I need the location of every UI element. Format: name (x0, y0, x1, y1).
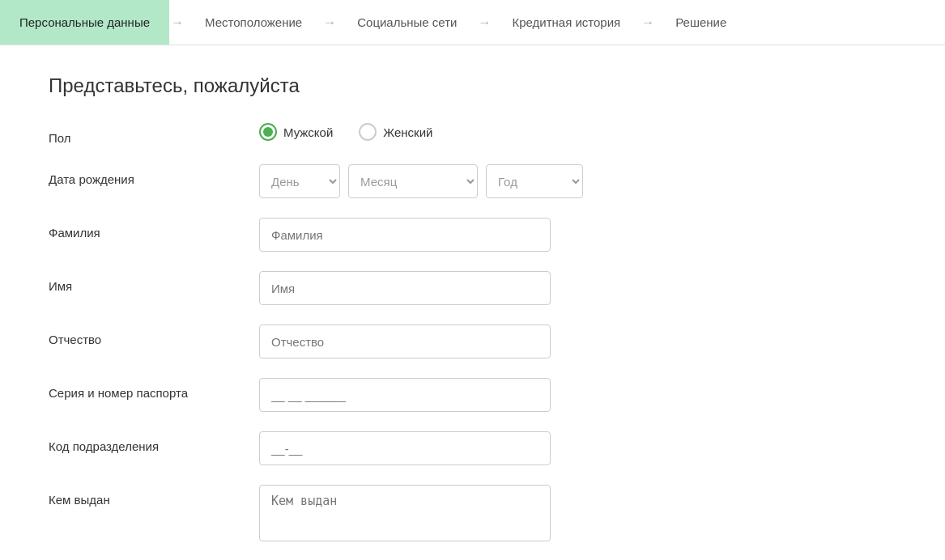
middlename-row: Отчество (49, 325, 680, 358)
firstname-label: Имя (49, 271, 259, 293)
issued-by-label: Кем выдан (49, 485, 259, 507)
passport-input[interactable] (259, 378, 551, 412)
gender-male-label: Мужской (283, 125, 333, 139)
middlename-control (259, 325, 680, 358)
division-code-label: Код подразделения (49, 431, 259, 453)
day-select[interactable]: День (259, 164, 340, 198)
arrow-4: → (641, 15, 654, 30)
step-social[interactable]: Социальные сети (338, 0, 476, 45)
gender-female-label: Женский (383, 125, 432, 139)
step-social-label: Социальные сети (357, 15, 457, 29)
passport-label: Серия и номер паспорта (49, 378, 259, 400)
step-credit[interactable]: Кредитная история (492, 0, 640, 45)
gender-label: Пол (49, 123, 259, 145)
gender-radio-group: Мужской Женский (259, 123, 432, 141)
lastname-input[interactable] (259, 218, 551, 252)
gender-male-radio[interactable] (259, 123, 277, 141)
year-select[interactable]: Год (486, 164, 583, 198)
division-code-input[interactable] (259, 431, 551, 465)
gender-control: Мужской Женский (259, 123, 680, 141)
firstname-row: Имя (49, 271, 680, 305)
division-code-control (259, 431, 680, 465)
gender-row: Пол Мужской Женский (49, 123, 680, 145)
middlename-label: Отчество (49, 325, 259, 346)
lastname-row: Фамилия (49, 218, 680, 252)
passport-control (259, 378, 680, 412)
gender-female-radio[interactable] (359, 123, 377, 141)
issued-by-control (259, 485, 680, 541)
step-decision[interactable]: Решение (656, 0, 746, 45)
step-personal-label: Персональные данные (19, 15, 150, 29)
step-personal[interactable]: Персональные данные (0, 0, 169, 45)
issued-by-row: Кем выдан (49, 485, 680, 541)
division-code-row: Код подразделения (49, 431, 680, 465)
lastname-control (259, 218, 680, 252)
passport-row: Серия и номер паспорта (49, 378, 680, 412)
step-decision-label: Решение (675, 15, 726, 29)
arrow-2: → (323, 15, 336, 30)
step-credit-label: Кредитная история (512, 15, 620, 29)
issued-by-input[interactable] (259, 485, 551, 541)
birthdate-row: Дата рождения День Месяц Год (49, 164, 680, 198)
step-location[interactable]: Местоположение (185, 0, 321, 45)
arrow-3: → (478, 15, 491, 30)
gender-male-option[interactable]: Мужской (259, 123, 333, 141)
gender-female-option[interactable]: Женский (359, 123, 432, 141)
stepper: Персональные данные → Местоположение → С… (0, 0, 945, 45)
step-location-label: Местоположение (205, 15, 302, 29)
birthdate-label: Дата рождения (49, 164, 259, 186)
birthdate-control: День Месяц Год (259, 164, 680, 198)
form-container: Представьтесь, пожалуйста Пол Мужской Же… (0, 45, 729, 560)
firstname-input[interactable] (259, 271, 551, 305)
form-title: Представьтесь, пожалуйста (49, 74, 680, 97)
month-select[interactable]: Месяц (348, 164, 478, 198)
middlename-input[interactable] (259, 325, 551, 358)
lastname-label: Фамилия (49, 218, 259, 240)
arrow-1: → (171, 15, 184, 30)
firstname-control (259, 271, 680, 305)
